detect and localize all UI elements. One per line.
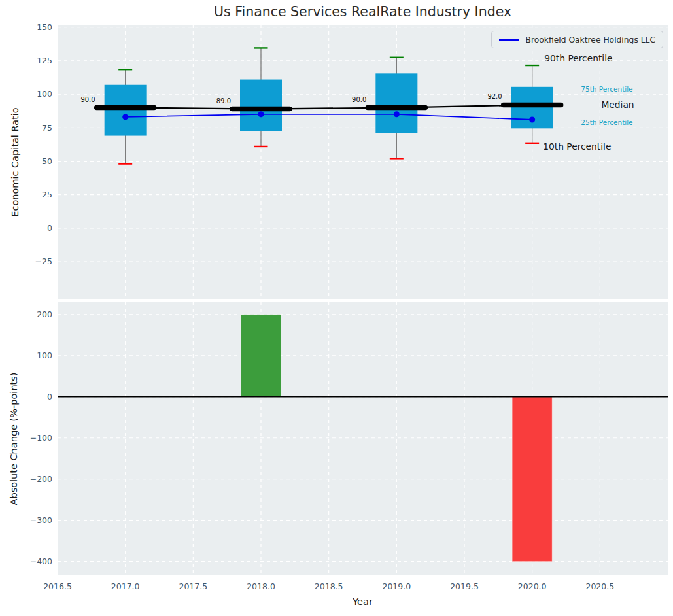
y-tick-label: −400 <box>30 556 52 566</box>
top-y-axis-label: Economic Capital Ratio <box>10 107 20 216</box>
x-tick-label: 2018.0 <box>247 581 275 591</box>
y-tick-label: 50 <box>42 156 52 166</box>
median-value-label: 90.0 <box>80 96 95 103</box>
x-tick-label: 2019.0 <box>382 581 411 591</box>
x-tick-label: 2018.5 <box>315 581 343 591</box>
y-tick-label: −25 <box>35 256 52 266</box>
change-bar-2018 <box>241 315 281 397</box>
iqr-box-2017 <box>105 85 147 136</box>
axes-background <box>58 25 668 299</box>
company-point-2020 <box>529 116 535 122</box>
y-tick-label: 150 <box>37 22 52 32</box>
change-bar-2020 <box>512 397 552 562</box>
x-tick-label: 2020.0 <box>518 581 547 591</box>
y-tick-label: 125 <box>37 56 52 65</box>
y-tick-label: −300 <box>30 515 52 525</box>
chart-canvas: 1501251007550250−2590.089.090.092.090th … <box>0 0 673 616</box>
legend: Brookfield Oaktree Holdings LLC <box>491 31 663 48</box>
x-tick-label: 2017.0 <box>111 581 140 591</box>
y-tick-label: 100 <box>37 351 52 360</box>
median-value-label: 89.0 <box>216 97 231 105</box>
y-tick-label: 0 <box>47 223 52 233</box>
y-tick-label: 75 <box>42 123 52 133</box>
chart-title: Us Finance Services RealRate Industry In… <box>58 4 668 20</box>
y-tick-label: −200 <box>30 474 52 484</box>
x-tick-label: 2019.5 <box>450 581 479 591</box>
y-tick-label: 0 <box>47 392 52 402</box>
iqr-box-2019 <box>375 73 417 133</box>
x-tick-label: 2016.5 <box>43 581 72 591</box>
legend-line-icon <box>498 38 520 42</box>
legend-label: Brookfield Oaktree Holdings LLC <box>526 35 655 44</box>
y-tick-label: −100 <box>30 433 52 443</box>
figure: 1501251007550250−2590.089.090.092.090th … <box>0 0 673 616</box>
x-tick-label: 2020.5 <box>585 581 614 591</box>
y-tick-label: 25 <box>42 190 52 199</box>
median-value-label: 90.0 <box>352 96 366 103</box>
annotation-90th-percentile: 90th Percentile <box>544 53 612 63</box>
y-tick-label: 200 <box>37 309 52 319</box>
company-point-2018 <box>258 111 264 117</box>
annotation-25th-percentile: 25th Percentile <box>581 118 632 126</box>
y-tick-label: 100 <box>37 89 52 99</box>
bottom-y-axis-label: Absolute Change (%-points) <box>9 373 19 505</box>
company-point-2017 <box>122 114 128 120</box>
annotation-median: Median <box>601 99 634 110</box>
iqr-box-2018 <box>240 80 282 131</box>
x-tick-label: 2017.5 <box>179 581 207 591</box>
company-point-2019 <box>394 111 400 117</box>
x-axis-label: Year <box>58 596 668 607</box>
median-value-label: 92.0 <box>487 93 502 100</box>
annotation-75th-percentile: 75th Percentile <box>581 85 632 93</box>
annotation-10th-percentile: 10th Percentile <box>543 141 611 152</box>
axes-background <box>58 302 668 575</box>
